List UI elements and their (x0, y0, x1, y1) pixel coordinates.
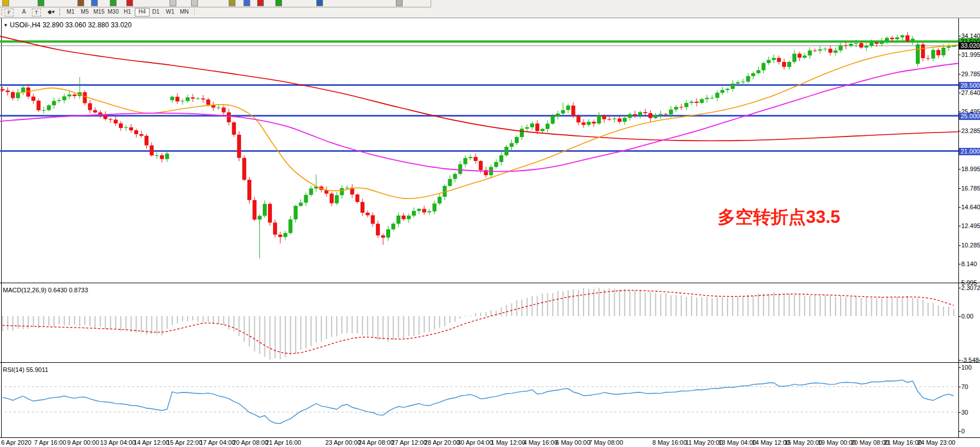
price-tick-label: 23.285 (961, 128, 980, 134)
timeframe-button-m15[interactable]: M15 (92, 8, 106, 16)
toolbar-grip[interactable] (1, 9, 4, 15)
macd-tick-mark (958, 316, 961, 317)
tools-and-timeframes-toolbar: FAT◆▾ M1M5M15M30H1H4D1W1MN (0, 7, 980, 18)
toolbar-icon-fragment[interactable] (2, 0, 9, 6)
toolbar-grip[interactable] (59, 9, 62, 15)
time-axis-label: 15 May 20:00 (784, 439, 822, 446)
time-axis-label: 15 Apr 22:00 (167, 439, 202, 446)
toolbar-icon-fragment[interactable] (169, 0, 176, 6)
macd-tick-label: -3.5484 (961, 357, 980, 363)
symbol-and-timeframe: USOil-,H4 (10, 21, 40, 29)
toolbar-icon-fragment[interactable] (91, 0, 98, 6)
time-axis-label: 21 Apr 16:00 (266, 439, 301, 446)
hline-28_500[interactable] (0, 84, 958, 86)
toolbar-icon-fragment[interactable] (275, 0, 282, 6)
price-badge-33_020: 33.020 (959, 42, 980, 49)
price-scale-divider (958, 18, 959, 438)
toolbar-icon-fragment[interactable] (77, 0, 84, 6)
toolbar-icon-fragment[interactable] (38, 0, 44, 6)
time-axis-label: 6 May 00:00 (556, 439, 590, 446)
chart-window[interactable] (0, 18, 980, 447)
toolbar-icon-fragment[interactable] (229, 0, 235, 6)
price-tick-mark (958, 169, 961, 169)
timeframe-button-h1[interactable]: H1 (121, 8, 134, 16)
rsi-tick-label: 100 (961, 365, 971, 371)
top-toolbar[interactable] (0, 0, 980, 7)
toolbar-icon-fragment[interactable] (316, 0, 323, 6)
timeframe-button-d1[interactable]: D1 (149, 8, 163, 16)
time-axis-label: 7 Apr 16:00 (34, 439, 66, 446)
toolbar-icon-fragment[interactable] (126, 0, 133, 6)
toolbar-icon-fragment[interactable] (257, 0, 264, 6)
hline-33_020[interactable] (0, 45, 958, 46)
rsi-tick-label: 0 (961, 428, 965, 434)
time-axis-label: 24 May 23:00 (917, 439, 956, 446)
time-axis-label: 7 May 08:00 (589, 439, 623, 446)
rsi-indicator-label: RSI(14) 55.9011 (3, 366, 48, 373)
arrow-tools-icon[interactable]: ◆▾ (46, 8, 57, 16)
time-axis-label: 27 Apr 12:00 (391, 439, 427, 446)
chart-dropdown-icon[interactable]: ▼ (3, 23, 8, 28)
price-tick-mark (958, 36, 961, 36)
rsi-tick-mark (958, 367, 961, 368)
price-tick-mark (958, 283, 961, 283)
text-tool-icon[interactable]: A (18, 8, 30, 16)
pane-separator-main-macd[interactable] (0, 283, 980, 283)
timeframe-button-h4[interactable]: H4 (135, 8, 150, 16)
chart-text-annotation[interactable]: 多空转折点33.5 (718, 205, 840, 229)
time-axis-label: 13 Apr 04:00 (100, 439, 135, 446)
timeframe-button-m5[interactable]: M5 (78, 8, 92, 16)
rsi-tick-label: 70 (961, 384, 968, 390)
hline-21_000[interactable] (0, 150, 958, 152)
toolbar-icon-fragment[interactable] (243, 0, 250, 6)
cursor-tool-icon[interactable]: F (5, 9, 14, 16)
time-axis-label: 20 May 08:00 (851, 439, 889, 446)
time-axis-label: 21 May 16:00 (884, 439, 922, 446)
price-tick-mark (958, 55, 961, 55)
ohlc-values: 32.890 33.060 32.880 33.020 (43, 21, 132, 29)
price-tick-label: 29.785 (961, 71, 980, 77)
time-axis-label: 11 May 20:00 (685, 439, 723, 446)
hline-33_500[interactable] (0, 40, 958, 43)
timeframe-button-m1[interactable]: M1 (64, 8, 77, 16)
toolbar-icon-fragment[interactable] (110, 0, 117, 6)
price-tick-label: 27.640 (961, 90, 980, 96)
price-tick-label: 16.785 (961, 185, 980, 192)
price-tick-mark (958, 74, 961, 74)
hline-25_000[interactable] (0, 115, 958, 117)
price-tick-label: 31.995 (961, 52, 980, 58)
time-axis-label: 1 May 12:00 (491, 439, 526, 446)
macd-tick-label: 0.00 (961, 313, 973, 320)
toolbar-separator (195, 9, 196, 15)
rsi-tick-label: 30 (961, 409, 968, 416)
macd-tick-label: 2.3072 (961, 285, 980, 291)
time-axis-label: 14 Apr 12:00 (134, 439, 169, 446)
rsi-tick-mark (958, 387, 961, 387)
timeframe-button-m30[interactable]: M30 (106, 8, 120, 16)
price-tick-label: 12.495 (961, 223, 980, 229)
standard-toolbar-strip[interactable] (0, 0, 431, 7)
pane-separator-macd-rsi[interactable] (0, 362, 980, 363)
price-tick-mark (958, 226, 961, 226)
macd-tick-mark (958, 288, 961, 288)
toolbar-icon-fragment[interactable] (396, 0, 403, 6)
time-axis-label: 17 Apr 04:00 (200, 439, 235, 446)
price-tick-mark (958, 207, 961, 208)
time-axis-label: 19 May 00:00 (818, 439, 856, 446)
price-tick-mark (958, 264, 961, 264)
price-badge-25_000: 25.000 (959, 113, 980, 120)
time-axis-label: 23 Apr 00:00 (325, 439, 361, 446)
price-tick-label: 18.995 (961, 166, 980, 172)
price-tick-mark (958, 188, 961, 189)
time-axis-label: 24 Apr 08:00 (358, 439, 394, 446)
timeframe-button-mn[interactable]: MN (177, 8, 191, 16)
time-axis-label: 6 Apr 2020 (1, 439, 31, 446)
rsi-tick-mark (958, 431, 961, 432)
price-tick-mark (958, 131, 961, 131)
macd-tick-mark (958, 360, 961, 361)
chart-title: ▼ USOil-,H4 32.890 33.060 32.880 33.020 (3, 21, 131, 29)
text-label-tool-icon[interactable]: T (32, 9, 41, 16)
timeframe-button-w1[interactable]: W1 (163, 8, 177, 16)
toolbar-icon-fragment[interactable] (191, 0, 198, 6)
price-tick-mark (958, 93, 961, 93)
